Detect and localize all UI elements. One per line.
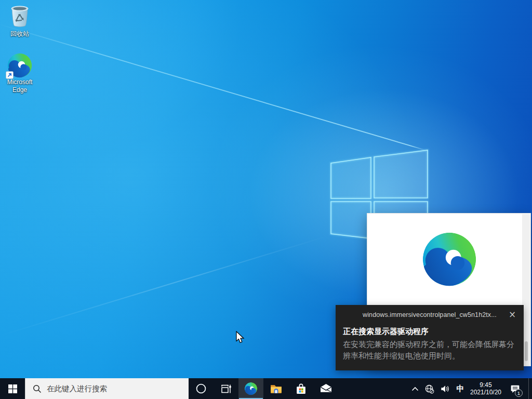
wallpaper-light-beam-faint: [0, 235, 328, 336]
taskbar-empty-space: [338, 378, 409, 399]
system-tray: 中 9:45 2021/10/20 1: [409, 378, 532, 399]
store-icon: [295, 382, 308, 395]
mail-icon: [320, 383, 332, 395]
notification-toast[interactable]: windows.immersivecontrolpanel_cw5n1h2tx.…: [336, 305, 524, 370]
edge-taskbar-icon: [244, 382, 258, 395]
edge-shortcut-label-line2: Edge: [0, 86, 39, 94]
show-desktop-button[interactable]: [528, 378, 532, 399]
ime-language-indicator[interactable]: 中: [453, 378, 468, 399]
desktop-icon-recycle-bin[interactable]: 回收站: [0, 4, 39, 38]
task-view-button[interactable]: [214, 378, 238, 399]
toast-close-button[interactable]: ×: [506, 308, 518, 321]
taskbar-clock[interactable]: 9:45 2021/10/20: [468, 378, 503, 399]
edge-logo-splash: [421, 231, 478, 288]
file-explorer-button[interactable]: [263, 378, 288, 399]
wallpaper-light-beam: [0, 23, 428, 151]
windows-start-icon: [8, 384, 17, 393]
tray-show-hidden-icons-button[interactable]: [409, 378, 421, 399]
microsoft-store-button[interactable]: [288, 378, 313, 399]
shortcut-arrow-icon: [6, 71, 14, 79]
recycle-bin-label: 回收站: [0, 30, 39, 38]
taskbar-search-box[interactable]: [25, 378, 189, 399]
taskbar-edge-button[interactable]: [238, 378, 263, 399]
recycle-bin-icon: [8, 4, 31, 28]
cortana-button[interactable]: [189, 378, 214, 399]
file-explorer-icon: [270, 382, 283, 395]
toast-title: 正在搜索显示器驱动程序: [343, 327, 516, 337]
speaker-icon: [440, 384, 450, 394]
taskbar: 中 9:45 2021/10/20 1: [0, 378, 532, 399]
task-view-icon: [221, 383, 232, 394]
toast-body: 在安装完兼容的驱动程序之前，可能会降低屏幕分辨率和性能并缩短电池使用时间。: [343, 339, 516, 362]
clock-date: 2021/10/20: [470, 389, 501, 396]
mail-button[interactable]: [313, 378, 338, 399]
windows-desktop: 回收站 Microsoft Edge windows.immersivecont…: [0, 0, 532, 399]
desktop-icon-microsoft-edge[interactable]: Microsoft Edge: [0, 52, 39, 94]
clock-time: 9:45: [480, 381, 491, 389]
chevron-up-icon: [411, 387, 419, 391]
toast-header: windows.immersivecontrolpanel_cw5n1h2tx.…: [336, 305, 524, 323]
search-input[interactable]: [47, 384, 189, 393]
edge-shortcut-label-line1: Microsoft: [0, 78, 39, 86]
mouse-cursor: [235, 331, 246, 344]
window-scrollbar-thumb[interactable]: [525, 341, 528, 361]
globe-no-internet-icon: [424, 384, 434, 394]
action-center-button[interactable]: 1: [503, 378, 526, 399]
start-button[interactable]: [0, 378, 25, 399]
notification-count-badge: 1: [515, 389, 523, 397]
volume-button[interactable]: [437, 378, 453, 399]
search-icon: [33, 384, 42, 393]
network-status-button[interactable]: [421, 378, 437, 399]
toast-app-id: windows.immersivecontrolpanel_cw5n1h2tx.…: [336, 311, 524, 318]
cortana-icon: [195, 383, 207, 394]
